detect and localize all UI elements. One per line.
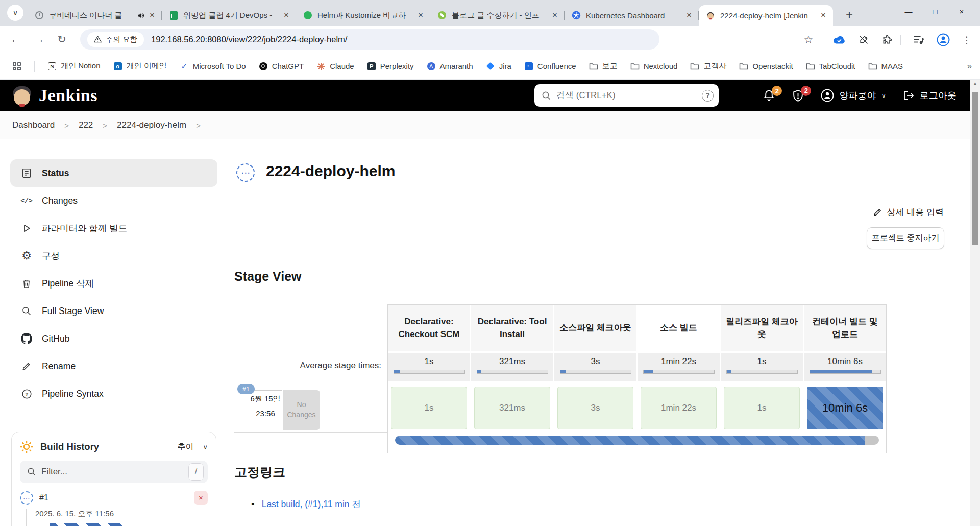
scroll-up-arrow[interactable]: ▲ [970,81,980,86]
bookmark-chatgpt[interactable]: ChatGPT [259,62,304,71]
tab-devops-sheet[interactable]: 워밍업 클럽 4기 DevOps - × [162,5,296,26]
bookmark-jira[interactable]: Jira [486,62,511,71]
browser-menu-icon[interactable]: ⋮ [960,33,974,47]
sidebar-item-rename[interactable]: Rename [10,352,217,380]
forward-button[interactable]: → [32,32,47,47]
notifications-button[interactable]: 2 [763,89,775,102]
stop-project-button[interactable]: 프로젝트 중지하기 [867,227,944,249]
stage-result-cell[interactable]: 321ms [474,387,550,429]
stage-result-cell[interactable]: 3s [557,387,633,429]
bookmark-ms-todo[interactable]: ✓Microsoft To Do [180,62,246,71]
apps-grid-icon[interactable] [12,62,21,71]
trend-link[interactable]: 추이 [177,442,193,452]
edit-description-link[interactable]: 상세 내용 입력 [873,206,944,218]
tab-overview-button[interactable]: ∨ [7,5,23,21]
build-history-filter[interactable]: / [20,461,208,483]
close-icon[interactable]: × [549,10,560,21]
bookmark-confluence[interactable]: ≈Confluence [524,62,576,71]
cloud-sync-icon[interactable] [832,33,846,47]
address-bar[interactable]: 주의 요함 192.168.56.20:8080/view/222/job/22… [80,29,659,50]
avg-time-bar [477,370,548,374]
bookmark-star-icon[interactable]: ☆ [801,33,816,47]
stage-result-cell[interactable]: 1min 22s [641,387,717,429]
close-icon[interactable]: × [146,10,158,21]
delete-build-button[interactable]: × [194,491,208,505]
pencil-icon [20,360,33,372]
build-date-cell[interactable]: 6월 15일 23:56 [249,390,282,432]
bookmark-folder-maas[interactable]: MAAS [868,62,903,71]
breadcrumb-context-chevron[interactable]: > [196,121,201,130]
sidebar-item-status[interactable]: Status [10,159,217,187]
jenkins-search-box[interactable]: ? [534,84,719,107]
tab-blog-edit[interactable]: 블로그 글 수정하기 - 인프 × [430,5,565,26]
bookmark-folder-customer[interactable]: 고객사 [690,61,726,71]
sidebar-item-delete-pipeline[interactable]: Pipeline 삭제 [10,270,217,297]
stage-result-cell[interactable]: 1s [391,387,467,429]
bookmark-perplexity[interactable]: PPerplexity [367,62,414,71]
security-warnings-button[interactable]: 2 [792,89,804,103]
filter-input[interactable] [41,467,183,477]
breadcrumb-job[interactable]: 2224-deploy-helm [117,120,186,130]
scrollbar-thumb[interactable] [972,92,978,245]
bookmark-amaranth[interactable]: AAmaranth [427,62,473,71]
tab-kubernetes-dashboard[interactable]: Kubernetes Dashboard × [565,5,699,26]
sidebar-item-pipeline-syntax[interactable]: ? Pipeline Syntax [10,380,217,408]
build-progress-bar[interactable] [50,523,126,526]
window-close-button[interactable]: × [948,0,975,22]
profile-avatar[interactable] [936,33,950,47]
user-menu[interactable]: 양파쿵야 ∨ [821,89,886,102]
close-icon[interactable]: × [818,10,829,21]
outlook-icon: o [114,62,122,70]
bookmark-folder-nextcloud[interactable]: Nextcloud [630,62,678,71]
password-manager-off-icon[interactable] [856,33,871,47]
build-timestamp-link[interactable]: 2025. 6. 15. 오후 11:56 [35,509,114,518]
window-maximize-button[interactable]: □ [922,0,948,22]
build-history-item: ⋯ #1 × [20,491,208,505]
site-security-chip[interactable]: 주의 요함 [87,32,144,47]
page-title: 2224-deploy-helm [266,162,395,180]
average-stage-cell: 1s [388,353,470,381]
bookmark-claude[interactable]: Claude [316,62,354,71]
tab-jenkins-active[interactable]: 2224-deploy-helm [Jenkin × [699,5,833,26]
page-scrollbar[interactable]: ▲ [970,80,980,526]
sidebar-item-github[interactable]: GitHub [10,325,217,352]
tab-helm-kustomize[interactable]: Helm과 Kustomize 비교하 × [296,5,430,26]
bookmark-folder-openstackit[interactable]: Openstackit [739,62,793,71]
build-number-badge[interactable]: #1 [237,384,255,394]
close-icon[interactable]: × [683,10,695,21]
breadcrumb-view-222[interactable]: 222 [79,120,93,130]
stage-result-cell[interactable]: 1s [724,387,800,429]
build-number-link[interactable]: #1 [39,493,48,503]
window-minimize-button[interactable]: — [895,0,922,22]
close-icon[interactable]: × [415,10,426,21]
jenkins-logo-link[interactable]: Jenkins [11,84,97,107]
chevron-down-icon[interactable]: ∨ [203,443,208,451]
bookmark-email[interactable]: o개인 이메일 [113,61,167,71]
bookmark-notion[interactable]: N개인 Notion [47,61,101,71]
extensions-puzzle-icon[interactable] [880,33,894,47]
stage-result-cell-in-progress[interactable]: 10min 6s [807,387,883,429]
bookmark-folder-bogo[interactable]: 보고 [589,61,618,71]
sidebar-item-configure[interactable]: ⚙ 구성 [10,242,217,270]
last-build-link[interactable]: Last build, (#1),11 min 전 [262,498,361,510]
help-icon[interactable]: ? [702,90,714,102]
audio-speaker-icon[interactable] [137,12,144,19]
overall-build-progress-bar[interactable] [395,436,879,445]
media-playlist-icon[interactable] [912,33,926,47]
sidebar-item-changes[interactable]: </> Changes [10,187,217,214]
logout-button[interactable]: 로그아웃 [902,89,957,102]
back-button[interactable]: ← [8,32,23,47]
svg-text:?: ? [25,391,28,397]
new-tab-button[interactable]: + [841,7,857,23]
close-icon[interactable]: × [281,10,292,21]
sidebar-item-full-stage-view[interactable]: Full Stage View [10,297,217,325]
search-input[interactable] [556,90,702,101]
bookmarks-overflow-icon[interactable]: » [967,61,972,71]
breadcrumb-dashboard[interactable]: Dashboard [12,120,55,130]
bookmark-folder-tabcloudit[interactable]: TabCloudit [806,62,855,71]
tab-kubernetes-course[interactable]: 쿠버네티스 어나더 클 × [28,5,162,26]
sidebar-item-build-with-parameters[interactable]: 파라미터와 함께 빌드 [10,214,217,242]
sidebar-item-label: Pipeline 삭제 [42,277,94,290]
reload-button[interactable]: ↻ [54,32,69,47]
bookmarks-divider [34,61,35,72]
